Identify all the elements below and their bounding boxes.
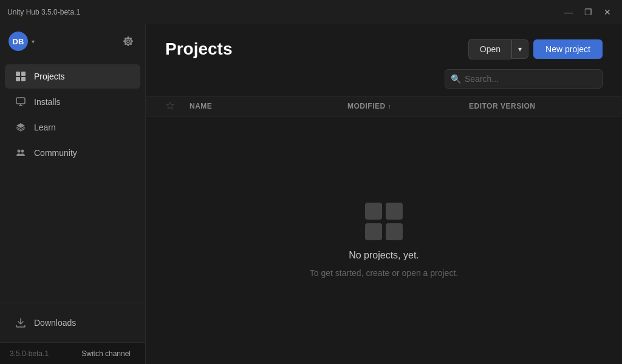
col-editor-header: EDITOR VERSION xyxy=(469,102,603,110)
icon-square-bl xyxy=(365,223,382,240)
search-wrapper: 🔍 xyxy=(445,69,603,89)
svg-rect-4 xyxy=(16,98,25,104)
switch-channel-button[interactable]: Switch channel xyxy=(77,347,135,360)
learn-icon xyxy=(15,121,27,133)
chevron-down-icon: ▾ xyxy=(32,38,35,45)
svg-rect-2 xyxy=(16,77,20,81)
avatar: DB xyxy=(9,32,28,51)
header-actions: Open ▾ New project xyxy=(468,39,603,59)
app-body: DB ▾ xyxy=(0,24,622,364)
col-star-header xyxy=(165,101,190,111)
empty-state-subtitle: To get started, create or open a project… xyxy=(310,268,458,278)
main-content: Projects Open ▾ New project 🔍 NAME xyxy=(146,24,622,364)
star-icon xyxy=(165,101,175,111)
new-project-button[interactable]: New project xyxy=(533,39,603,59)
app-title: Unity Hub 3.5.0-beta.1 xyxy=(7,8,80,16)
sidebar-item-installs[interactable]: Installs xyxy=(5,90,140,114)
sidebar-item-downloads[interactable]: Downloads xyxy=(5,311,140,335)
icon-square-tr xyxy=(386,203,403,220)
open-button[interactable]: Open xyxy=(468,39,511,59)
content-header: Projects Open ▾ New project xyxy=(146,24,622,69)
icon-square-tl xyxy=(365,203,382,220)
sidebar-item-label: Learn xyxy=(34,123,56,132)
sidebar-header: DB ▾ xyxy=(0,24,145,58)
window-controls: — ❐ ✕ xyxy=(561,5,615,19)
downloads-icon xyxy=(15,317,27,329)
page-title: Projects xyxy=(165,39,233,59)
search-bar-area: 🔍 xyxy=(146,69,622,96)
version-bar: 3.5.0-beta.1 Switch channel xyxy=(0,342,145,364)
svg-rect-1 xyxy=(21,72,26,76)
close-button[interactable]: ✕ xyxy=(600,5,615,19)
sidebar-item-learn[interactable]: Learn xyxy=(5,115,140,140)
empty-state-icon xyxy=(365,203,403,240)
svg-rect-0 xyxy=(16,72,20,76)
sidebar-item-label: Installs xyxy=(34,97,61,107)
downloads-label: Downloads xyxy=(34,318,76,328)
settings-button[interactable] xyxy=(120,33,137,50)
sidebar-item-projects[interactable]: Projects xyxy=(5,64,140,89)
minimize-button[interactable]: — xyxy=(561,5,576,19)
sidebar-item-community[interactable]: Community xyxy=(5,141,140,165)
version-text: 3.5.0-beta.1 xyxy=(10,349,49,358)
search-input[interactable] xyxy=(445,69,603,89)
sidebar-item-label: Community xyxy=(34,148,77,158)
empty-state-title: No projects, yet. xyxy=(349,250,419,261)
maximize-button[interactable]: ❐ xyxy=(581,5,595,19)
icon-square-br xyxy=(386,223,403,240)
search-icon: 🔍 xyxy=(451,74,461,84)
sidebar: DB ▾ xyxy=(0,24,146,364)
svg-rect-3 xyxy=(21,77,26,81)
col-name-header: NAME xyxy=(190,102,347,110)
col-modified-header[interactable]: MODIFIED ↑ xyxy=(347,102,469,110)
sidebar-nav: Projects Installs xyxy=(0,58,145,303)
table-header: NAME MODIFIED ↑ EDITOR VERSION xyxy=(146,96,622,116)
titlebar: Unity Hub 3.5.0-beta.1 — ❐ ✕ xyxy=(0,0,622,24)
user-area[interactable]: DB ▾ xyxy=(9,32,35,51)
gear-icon xyxy=(123,36,133,46)
installs-icon xyxy=(15,96,27,108)
svg-point-5 xyxy=(18,150,21,153)
open-dropdown-button[interactable]: ▾ xyxy=(511,39,528,59)
svg-point-6 xyxy=(21,150,24,153)
empty-state: No projects, yet. To get started, create… xyxy=(146,116,622,364)
sort-arrow-icon: ↑ xyxy=(388,103,392,110)
community-icon xyxy=(15,147,27,159)
sidebar-footer: Downloads xyxy=(0,303,145,342)
sidebar-item-label: Projects xyxy=(34,72,65,81)
projects-icon xyxy=(15,70,27,83)
